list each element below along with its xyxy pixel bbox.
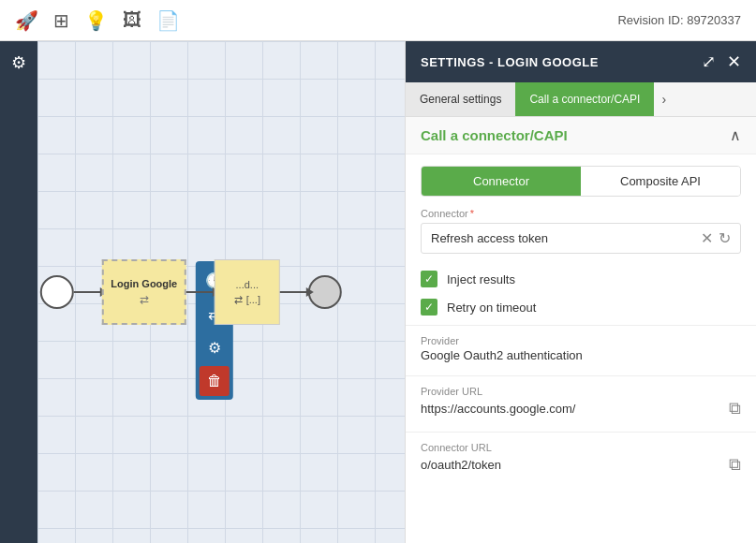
divider-3 xyxy=(406,432,756,433)
truncated-label: ...d... xyxy=(236,279,259,290)
flow-container: Login Google ⇄ 🕐 ⇄ ⚙ 🗑 ...d... xyxy=(40,259,342,325)
flow-line-3 xyxy=(280,291,308,293)
retry-on-timeout-row[interactable]: ✓ Retry on timeout xyxy=(406,293,756,321)
connector-required-marker: * xyxy=(470,208,474,219)
inject-results-checkbox[interactable]: ✓ xyxy=(421,271,437,287)
rocket-icon[interactable]: 🚀 xyxy=(15,9,38,32)
panel-body: Call a connector/CAPI ∧ Connector Compos… xyxy=(406,117,756,543)
grid-icon[interactable]: ⊞ xyxy=(53,9,69,32)
image-icon[interactable]: 🖼 xyxy=(123,9,141,31)
connector-url-label: Connector URL xyxy=(421,442,741,453)
provider-value: Google Oauth2 authentication xyxy=(421,348,583,362)
provider-url-label: Provider URL xyxy=(421,386,741,397)
panel-header: SETTINGS - LOGIN GOOGLE ⤢ ✕ xyxy=(406,41,756,82)
tab-general-settings[interactable]: General settings xyxy=(406,82,515,116)
flow-line-2 xyxy=(186,291,215,293)
retry-on-timeout-checkbox[interactable]: ✓ xyxy=(421,299,437,316)
connector-url-value-row: o/oauth2/token ⧉ xyxy=(421,455,741,475)
section-header: Call a connector/CAPI ∧ xyxy=(406,117,756,154)
right-panel: SETTINGS - LOGIN GOOGLE ⤢ ✕ General sett… xyxy=(405,41,756,543)
connector-field-value[interactable]: Refresh access token ✕ ↻ xyxy=(421,223,741,254)
panel-header-icons: ⤢ ✕ xyxy=(702,51,741,72)
section-title: Call a connector/CAPI xyxy=(421,127,568,143)
toggle-connector-btn[interactable]: Connector xyxy=(422,167,581,196)
toolbar-icons: 🚀 ⊞ 💡 🖼 📄 xyxy=(15,9,180,32)
connector-refresh-icon[interactable]: ↻ xyxy=(719,229,731,247)
toggle-composite-api-btn[interactable]: Composite API xyxy=(581,167,740,196)
start-node[interactable] xyxy=(40,275,74,309)
inject-results-label: Inject results xyxy=(447,272,515,286)
toolbar: 🚀 ⊞ 💡 🖼 📄 Revision ID: 89720337 xyxy=(0,0,756,41)
connector-url-field: Connector URL o/oauth2/token ⧉ xyxy=(406,436,756,484)
action-settings-btn[interactable]: ⚙ xyxy=(200,332,230,362)
panel-title: SETTINGS - LOGIN GOOGLE xyxy=(421,55,599,69)
provider-label: Provider xyxy=(421,335,741,346)
connector-clear-icon[interactable]: ✕ xyxy=(701,229,713,247)
divider-1 xyxy=(406,325,756,326)
truncated-node[interactable]: ...d... ⇄ [...] xyxy=(215,259,280,325)
provider-field: Provider Google Oauth2 authentication xyxy=(406,330,756,372)
bulb-icon[interactable]: 💡 xyxy=(84,9,108,32)
connector-value-text: Refresh access token xyxy=(431,231,695,245)
revision-id: Revision ID: 89720337 xyxy=(617,13,741,27)
provider-url-value-row: https://accounts.google.com/ ⧉ xyxy=(421,399,741,418)
provider-url-value: https://accounts.google.com/ xyxy=(421,402,575,416)
bracket-label: [...] xyxy=(246,294,260,306)
tab-arrow[interactable]: › xyxy=(654,82,674,116)
document-icon[interactable]: 📄 xyxy=(156,9,180,32)
connector-field-group: Connector * Refresh access token ✕ ↻ xyxy=(406,208,756,265)
canvas-area: Login Google ⇄ 🕐 ⇄ ⚙ 🗑 ...d... xyxy=(37,41,405,543)
action-delete-btn[interactable]: 🗑 xyxy=(200,366,230,396)
close-icon[interactable]: ✕ xyxy=(727,51,741,72)
node-label: Login Google xyxy=(111,278,177,289)
provider-url-field: Provider URL https://accounts.google.com… xyxy=(406,380,756,428)
main-area: ⚙ Login Google ⇄ 🕐 ⇄ ⚙ xyxy=(0,41,756,543)
inject-results-row[interactable]: ✓ Inject results xyxy=(406,265,756,293)
provider-url-copy-icon[interactable]: ⧉ xyxy=(729,399,741,418)
toggle-group: Connector Composite API xyxy=(421,166,741,197)
connector-url-value: o/oauth2/token xyxy=(421,458,501,472)
provider-value-row: Google Oauth2 authentication xyxy=(421,348,741,362)
gear-icon[interactable]: ⚙ xyxy=(11,52,26,73)
left-arrow-icon: ⇄ xyxy=(140,293,149,306)
arrows-icon: ⇄ xyxy=(234,294,243,306)
left-sidebar: ⚙ xyxy=(0,41,37,543)
tab-call-connector[interactable]: Call a connector/CAPI xyxy=(515,82,654,116)
node-arrows: ⇄ xyxy=(140,293,149,306)
flow-line-1 xyxy=(74,291,102,293)
connector-field-label: Connector * xyxy=(421,208,741,219)
divider-2 xyxy=(406,375,756,376)
node-box-inner: Login Google ⇄ xyxy=(111,278,177,306)
tabs-bar: General settings Call a connector/CAPI › xyxy=(406,82,756,117)
connector-url-copy-icon[interactable]: ⧉ xyxy=(729,455,741,475)
section-chevron-icon[interactable]: ∧ xyxy=(730,126,741,144)
retry-on-timeout-label: Retry on timeout xyxy=(447,301,536,315)
login-google-node[interactable]: Login Google ⇄ 🕐 ⇄ ⚙ 🗑 xyxy=(102,259,186,325)
expand-icon[interactable]: ⤢ xyxy=(702,51,716,72)
